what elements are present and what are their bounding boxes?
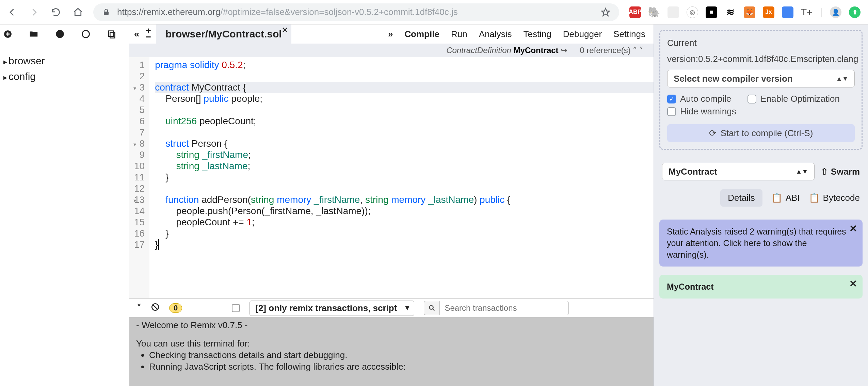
current-label: Current	[667, 38, 697, 48]
details-button[interactable]: Details	[720, 189, 762, 207]
references-count: 0 reference(s)	[580, 46, 630, 55]
ext-grey-icon[interactable]	[668, 6, 679, 18]
terminal-intro: You can use this terminal for:	[136, 338, 647, 349]
url-host: https://remix.ethereum.org	[117, 7, 220, 17]
code-line[interactable]: Person[] public people;	[155, 93, 654, 104]
ext-buffer-icon[interactable]: ≋	[725, 6, 736, 18]
url-path: /#optimize=false&version=soljson-v0.5.2+…	[220, 7, 457, 17]
panel-tab-compile[interactable]: Compile	[404, 29, 439, 39]
panel-tab-testing[interactable]: Testing	[523, 29, 551, 39]
static-analysis-warning[interactable]: Static Analysis raised 2 warning(s) that…	[659, 220, 863, 267]
panel-tab-settings[interactable]: Settings	[613, 29, 645, 39]
code-line[interactable]: people.push(Person(_firstName, _lastName…	[155, 205, 654, 216]
code-line[interactable]: pragma solidity 0.5.2;	[155, 59, 654, 70]
ext-camera-icon[interactable]: ■	[706, 6, 717, 18]
ext-abp-icon[interactable]: ABP	[629, 6, 641, 18]
close-icon[interactable]: ✕	[849, 278, 857, 290]
contract-select[interactable]: MyContract▲▼	[662, 163, 815, 180]
terminal-toggle-icon[interactable]: ˅	[137, 303, 141, 313]
compiler-version-select[interactable]: Select new compiler version▲▼	[667, 70, 855, 87]
tree-item-config[interactable]: ▸config	[3, 69, 126, 84]
tree-item-browser[interactable]: ▸browser	[3, 53, 126, 69]
code-line[interactable]: function addPerson(string memory _firstN…	[155, 194, 654, 205]
code-line[interactable]: }	[155, 239, 654, 250]
ext-textsize-icon[interactable]: T+	[801, 7, 812, 18]
bytecode-button[interactable]: 📋Bytecode	[809, 193, 860, 203]
upload-icon: ⇧	[821, 166, 828, 177]
zoom-controls[interactable]: +−	[146, 28, 151, 40]
forward-icon[interactable]	[29, 7, 39, 17]
enable-optimization-checkbox[interactable]: Enable Optimization	[748, 94, 840, 104]
svg-marker-1	[601, 8, 609, 16]
terminal-clear-icon[interactable]	[151, 303, 160, 314]
svg-rect-5	[109, 31, 113, 36]
panel-tab-debugger[interactable]: Debugger	[563, 29, 602, 39]
terminal-bullet: Running JavaScript scripts. The followin…	[149, 361, 647, 372]
code-line[interactable]	[155, 104, 654, 115]
code-line[interactable]: string _lastName;	[155, 160, 654, 172]
code-editor[interactable]: 123▾45678▾910111213▾14151617 pragma soli…	[129, 57, 654, 298]
code-line[interactable]: }	[155, 228, 654, 239]
contract-name: MyContract	[514, 46, 559, 55]
terminal-output[interactable]: - Welcome to Remix v0.7.5 - You can use …	[129, 317, 654, 386]
panel-tab-run[interactable]: Run	[451, 29, 467, 39]
ext-jx-icon[interactable]: Jx	[763, 6, 774, 18]
svg-point-4	[82, 31, 90, 38]
refresh-icon: ⟳	[709, 128, 717, 139]
reload-icon[interactable]	[51, 7, 61, 17]
lock-icon	[102, 8, 110, 16]
compile-success-alert[interactable]: MyContract ✕	[659, 275, 863, 299]
code-line[interactable]	[155, 70, 654, 82]
hide-warnings-checkbox[interactable]: Hide warnings	[667, 106, 736, 117]
code-line[interactable]: struct Person {	[155, 138, 654, 149]
open-folder-icon[interactable]	[29, 29, 39, 39]
abi-button[interactable]: 📋ABI	[771, 193, 800, 203]
pending-tx-badge: 0	[169, 303, 182, 313]
ext-up-icon[interactable]: ⬆	[849, 6, 861, 18]
panel-tab-analysis[interactable]: Analysis	[479, 29, 512, 39]
search-icon[interactable]	[424, 301, 439, 315]
close-icon[interactable]: ✕	[849, 223, 857, 235]
tab-title: browser/MyContract.sol	[165, 28, 282, 40]
collapse-right-icon[interactable]: »	[388, 29, 393, 39]
ext-blue-icon[interactable]	[782, 6, 793, 18]
avatar[interactable]: 👤	[830, 6, 841, 18]
close-icon[interactable]: ✕	[282, 26, 288, 35]
ext-evernote-icon[interactable]: 🐘	[648, 6, 660, 18]
svg-point-9	[430, 306, 433, 309]
address-bar[interactable]: https://remix.ethereum.org/#optimize=fal…	[93, 3, 619, 21]
extension-icons: ABP 🐘 ◎ ■ ≋ 🦊 Jx T+ | 👤 ⬆	[629, 6, 861, 18]
code-line[interactable]: string _firstName;	[155, 149, 654, 160]
auto-compile-checkbox[interactable]: ✓Auto compile	[667, 94, 731, 104]
code-line[interactable]: }	[155, 172, 654, 183]
new-file-icon[interactable]	[3, 30, 12, 38]
github-icon[interactable]	[55, 29, 65, 39]
ref-up-icon[interactable]: ˄	[633, 46, 637, 55]
code-line[interactable]: peopleCount += 1;	[155, 216, 654, 228]
terminal-panel: ˅ 0 [2] only remix transactions, script …	[129, 298, 654, 386]
svg-line-8	[152, 304, 158, 309]
back-icon[interactable]	[7, 7, 17, 17]
terminal-welcome: - Welcome to Remix v0.7.5 -	[136, 319, 647, 331]
terminal-bullet: Checking transactions details and start …	[149, 349, 647, 361]
code-line[interactable]: uint256 peopleCount;	[155, 115, 654, 127]
collapse-left-icon[interactable]: «	[134, 29, 140, 39]
ref-down-icon[interactable]: ˅	[639, 46, 643, 55]
search-transactions-input[interactable]	[439, 301, 569, 315]
code-line[interactable]: contract MyContract {	[155, 82, 654, 93]
star-icon[interactable]	[601, 7, 610, 17]
code-line[interactable]	[155, 183, 654, 194]
ext-circle-icon[interactable]: ◎	[687, 6, 698, 18]
home-icon[interactable]	[73, 7, 83, 17]
file-tab[interactable]: browser/MyContract.sol ✕	[156, 25, 291, 44]
copy-icon[interactable]	[107, 29, 116, 39]
ext-fox-icon[interactable]: 🦊	[744, 6, 755, 18]
svg-line-10	[433, 309, 434, 310]
code-line[interactable]	[155, 127, 654, 138]
tx-filter-dropdown[interactable]: [2] only remix transactions, script	[250, 301, 414, 316]
goto-icon[interactable]: ↪	[561, 46, 567, 55]
gist-icon[interactable]	[81, 29, 91, 39]
start-compile-button[interactable]: ⟳ Start to compile (Ctrl-S)	[667, 124, 855, 142]
listen-checkbox[interactable]	[232, 304, 240, 312]
swarm-button[interactable]: ⇧Swarm	[821, 166, 860, 177]
